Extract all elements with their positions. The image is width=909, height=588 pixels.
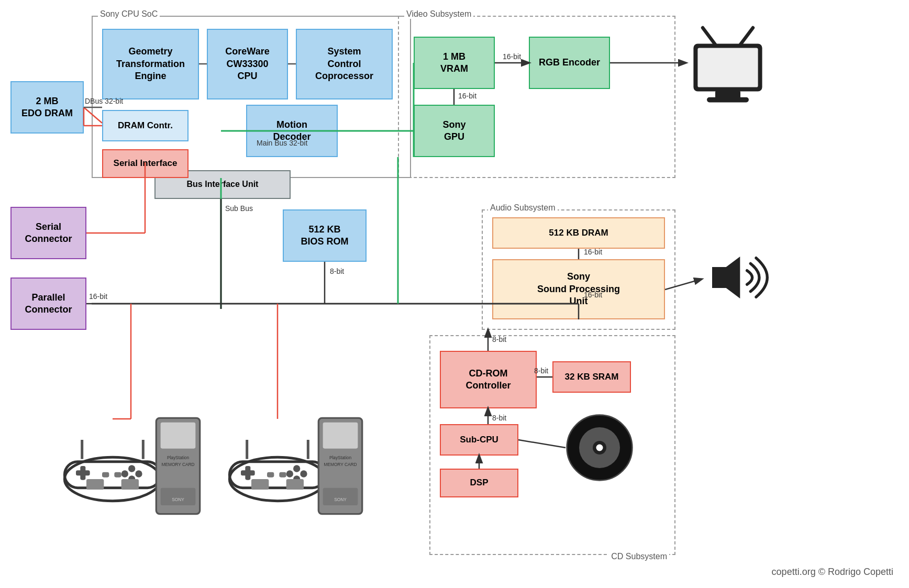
svg-point-36 [300, 470, 307, 477]
syscontrol-box: System Control Coprocessor [296, 29, 393, 99]
svg-rect-24 [121, 479, 139, 490]
vram-box: 1 MB VRAM [414, 37, 495, 89]
svg-point-11 [64, 457, 160, 501]
memcard1-icon: PlayStation MEMORY CARD SONY [152, 414, 204, 518]
svg-text:MEMORY CARD: MEMORY CARD [161, 462, 194, 467]
tv-icon [686, 24, 770, 107]
svg-rect-14 [80, 466, 85, 480]
sram-box: 32 KB SRAM [552, 361, 631, 393]
dram-16bit-label: 16-bit [584, 248, 602, 256]
dram-contr-box: DRAM Contr. [102, 110, 189, 141]
svg-rect-1 [697, 48, 758, 87]
bios-rom-box: 512 KB BIOS ROM [283, 209, 367, 262]
gte-box: Geometry Transformation Engine [102, 29, 199, 99]
subcpu-8bit-label: 8-bit [492, 414, 506, 422]
audio-sub-label: Audio Subsystem [488, 203, 558, 213]
svg-rect-5 [707, 97, 749, 103]
serial-if-box: Serial Interface [102, 149, 189, 178]
dbus-label: DBus 32-bit [85, 97, 123, 105]
cd-icon [566, 414, 634, 482]
spu-box: Sony Sound Processing Unit [492, 259, 665, 319]
svg-point-38 [286, 470, 293, 477]
svg-rect-26 [161, 423, 196, 449]
svg-text:PlayStation: PlayStation [329, 455, 351, 460]
serial-conn-box: Serial Connector [10, 207, 86, 259]
dram-512-box: 512 KB DRAM [492, 217, 665, 249]
memcard2-icon: PlayStation MEMORY CARD SONY [314, 414, 367, 518]
rgb-encoder-box: RGB Encoder [529, 37, 610, 89]
svg-rect-22 [114, 472, 121, 478]
svg-text:PlayStation: PlayStation [167, 455, 189, 460]
svg-rect-42 [279, 472, 286, 478]
cdrom-ctrl-box: CD-ROM Controller [440, 351, 537, 408]
cdrom-8bit-label: 8-bit [492, 335, 506, 343]
svg-point-15 [128, 465, 135, 472]
svg-rect-46 [323, 423, 358, 449]
svg-marker-6 [712, 257, 740, 298]
bios-8bit-label: 8-bit [330, 267, 344, 275]
motion-box: Motion Decoder [246, 105, 338, 157]
gpu-box: Sony GPU [414, 105, 495, 157]
svg-point-10 [596, 445, 603, 451]
svg-point-16 [135, 470, 142, 477]
cd-sub-label: CD Subsystem [609, 552, 669, 561]
vram-gpu-16bit-label: 16-bit [458, 92, 476, 100]
main-bus-label: Main Bus 32-bit [257, 139, 307, 147]
svg-rect-23 [86, 479, 104, 490]
parallel-conn-box: Parallel Connector [10, 278, 86, 330]
spu-16bit-label: 16-bit [584, 291, 602, 299]
svg-rect-41 [267, 472, 274, 478]
parallel-16bit-label: 16-bit [89, 292, 107, 301]
dsp-box: DSP [440, 469, 518, 497]
svg-point-31 [229, 457, 325, 501]
speaker-icon [702, 246, 785, 309]
video-sub-label: Video Subsystem [404, 9, 473, 19]
sram-8bit-label: 8-bit [534, 367, 548, 375]
vram-rgb-16bit-label: 16-bit [503, 52, 521, 61]
svg-line-3 [740, 28, 753, 45]
credit-text: copetti.org © Rodrigo Copetti [772, 567, 893, 578]
svg-rect-43 [251, 479, 269, 490]
svg-text:SONY: SONY [334, 497, 347, 502]
subcpu-box: Sub-CPU [440, 424, 518, 456]
svg-point-18 [121, 470, 128, 477]
svg-point-35 [293, 465, 300, 472]
edo-dram-box: 2 MB EDO DRAM [10, 81, 84, 134]
svg-rect-21 [102, 472, 109, 478]
svg-rect-34 [245, 466, 250, 480]
gamepad1-icon [60, 414, 165, 518]
svg-text:SONY: SONY [172, 497, 184, 502]
sony-soc-label: Sony CPU SoC [98, 9, 160, 19]
svg-text:MEMORY CARD: MEMORY CARD [324, 462, 357, 467]
svg-line-2 [703, 28, 715, 45]
svg-rect-44 [286, 479, 304, 490]
sub-bus-label: Sub Bus [225, 204, 253, 213]
coreware-box: CoreWare CW33300 CPU [207, 29, 288, 99]
